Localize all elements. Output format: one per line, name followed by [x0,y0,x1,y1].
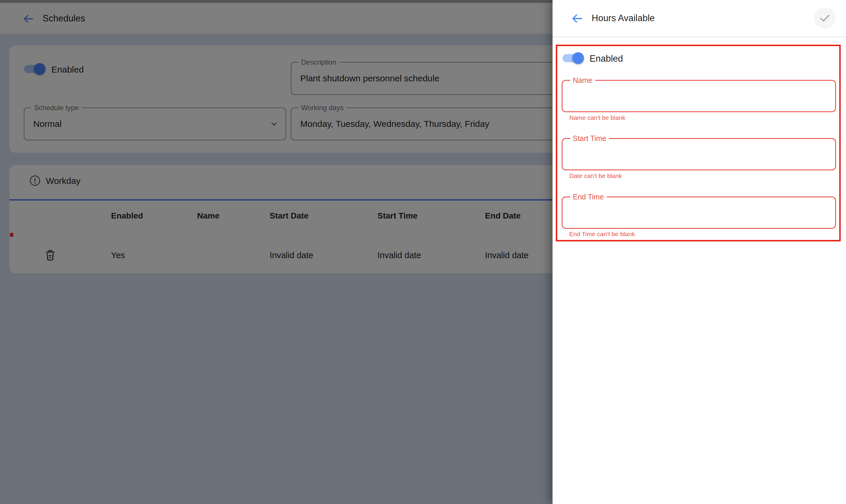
start-time-input[interactable]: Start Time [562,138,836,170]
end-time-input[interactable]: End Time [562,197,836,229]
name-label: Name [570,76,595,85]
panel-back-button[interactable] [570,12,584,25]
arrow-left-icon [570,12,584,25]
name-error: Name can't be blank [569,114,625,121]
hours-enabled-label: Enabled [590,53,623,64]
hours-available-panel: Hours Available Enabled Name Name can't … [553,0,846,504]
start-time-label: Start Time [570,134,609,143]
start-time-error: Date can't be blank [569,173,622,179]
panel-header: Hours Available [553,0,846,37]
hours-enabled-toggle[interactable] [562,52,584,64]
app-root: Schedules Enabled Description Plant shut… [0,0,846,504]
end-time-error: End Time can't be blank [569,231,635,238]
panel-title: Hours Available [592,0,655,36]
toggle-thumb [572,52,584,64]
save-button[interactable] [814,7,835,29]
end-time-label: End Time [570,192,607,201]
name-input[interactable]: Name [562,80,836,112]
check-icon [818,11,832,25]
hours-available-form: Enabled Name Name can't be blank Start T… [556,44,841,241]
